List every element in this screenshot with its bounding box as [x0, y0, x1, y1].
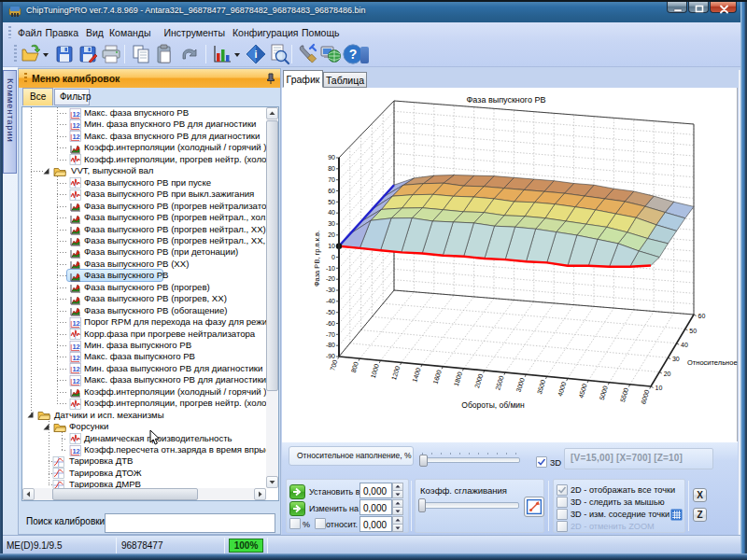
svg-text:12: 12 [72, 342, 79, 350]
svg-text:700: 700 [329, 359, 338, 371]
svg-text:0: 0 [331, 254, 335, 260]
svg-text:Фаза РВ, гр.п.к.в.: Фаза РВ, гр.п.к.в. [313, 231, 321, 287]
svg-text:12: 12 [72, 365, 79, 373]
svg-text:3500: 3500 [536, 379, 546, 395]
svg-text:12: 12 [72, 109, 79, 118]
svg-text:-10: -10 [326, 265, 335, 272]
svg-text:30: 30 [328, 220, 335, 227]
svg-text:1000: 1000 [370, 363, 380, 379]
svg-text:12: 12 [72, 446, 79, 455]
svg-text:20: 20 [664, 371, 671, 377]
svg-text:-20: -20 [326, 275, 335, 282]
svg-text:60: 60 [328, 188, 335, 194]
svg-text:800: 800 [350, 361, 359, 373]
svg-text:-90: -90 [326, 353, 335, 359]
svg-text:-60: -60 [326, 320, 335, 327]
svg-text:-30: -30 [326, 287, 335, 293]
svg-text:Фаза выпускного РВ: Фаза выпускного РВ [467, 95, 546, 105]
svg-text:-70: -70 [326, 331, 335, 338]
svg-text:12: 12 [72, 354, 79, 362]
svg-text:3000: 3000 [515, 377, 526, 393]
svg-text:10: 10 [655, 385, 663, 391]
svg-text:40: 40 [328, 209, 335, 216]
svg-text:50: 50 [689, 328, 697, 334]
svg-text:2500: 2500 [494, 375, 504, 391]
svg-text:20: 20 [328, 231, 335, 238]
svg-text:-40: -40 [326, 298, 335, 304]
svg-text:1200: 1200 [390, 365, 401, 381]
svg-text:12: 12 [72, 121, 79, 130]
svg-text:1400: 1400 [411, 367, 421, 383]
svg-text:10: 10 [328, 243, 335, 249]
svg-text:30: 30 [672, 356, 680, 362]
svg-text:Обороты, об/мин: Обороты, об/мин [461, 400, 525, 410]
svg-text:60: 60 [698, 313, 706, 319]
svg-text:12: 12 [72, 133, 79, 141]
svg-text:-80: -80 [326, 342, 335, 348]
svg-text:5500: 5500 [619, 387, 629, 403]
svg-text:50: 50 [328, 199, 335, 205]
svg-text:5000: 5000 [599, 385, 609, 400]
svg-text:?: ? [349, 47, 358, 62]
svg-text:1600: 1600 [432, 369, 443, 385]
svg-text:40: 40 [681, 342, 688, 348]
svg-text:12: 12 [72, 376, 79, 385]
svg-text:80: 80 [328, 165, 335, 172]
svg-text:90: 90 [328, 154, 335, 161]
svg-text:Относительное н: Относительное н [687, 358, 738, 367]
svg-text:12: 12 [72, 318, 79, 327]
svg-text:70: 70 [328, 176, 335, 183]
svg-text:4500: 4500 [577, 383, 587, 399]
svg-text:4000: 4000 [557, 381, 567, 397]
svg-text:-50: -50 [326, 309, 335, 315]
svg-text:i: i [254, 49, 257, 60]
svg-text:1800: 1800 [453, 371, 463, 386]
svg-text:2000: 2000 [473, 373, 484, 389]
svg-text:6000: 6000 [640, 389, 650, 405]
